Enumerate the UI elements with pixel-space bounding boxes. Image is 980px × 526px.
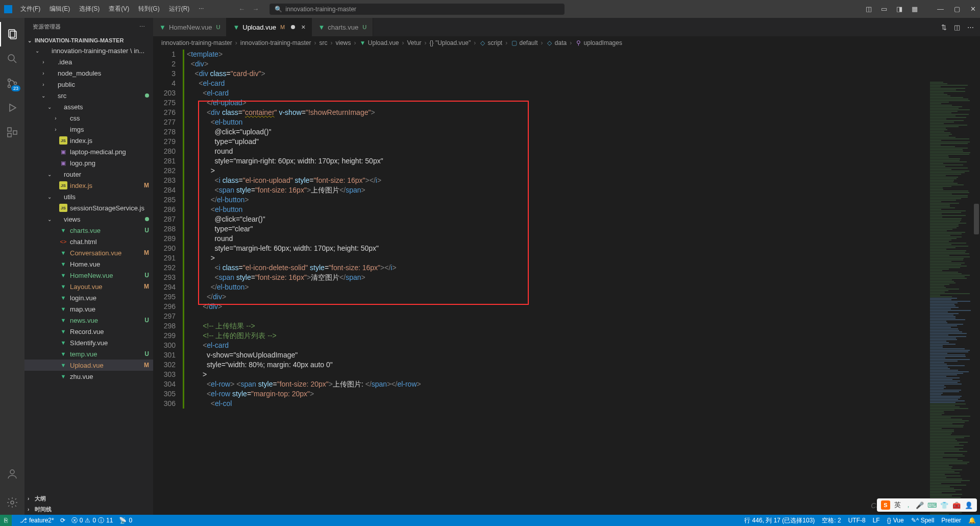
activity-account-icon[interactable] [0, 462, 24, 486]
folder-item[interactable]: ›imgs [24, 124, 153, 135]
file-item[interactable]: ▼HomeNew.vueU [24, 270, 153, 281]
breadcrumb-item[interactable]: ◇ data [546, 39, 567, 46]
sync-button[interactable]: ⟳ [60, 517, 65, 524]
breadcrumb-item[interactable]: src [319, 39, 327, 46]
live-share[interactable]: 📡0 [119, 517, 132, 524]
menu-run[interactable]: 运行(R) [165, 3, 194, 15]
command-center[interactable]: 🔍 innovation-training-master [269, 3, 565, 15]
code-line[interactable]: </div> [187, 292, 980, 302]
file-item[interactable]: ▼Record.vue [24, 326, 153, 337]
menu-file[interactable]: 文件(F) [16, 3, 44, 15]
spell-check[interactable]: ✎ᴬSpell [911, 516, 935, 525]
file-item[interactable]: ▼zhu.vue [24, 371, 153, 382]
prettier[interactable]: Prettier [941, 516, 961, 525]
code-line[interactable]: <el-card [187, 341, 980, 350]
code-line[interactable]: > [187, 253, 980, 263]
code-line[interactable]: <el-card [187, 88, 980, 98]
breadcrumb-item[interactable]: views [335, 39, 351, 46]
file-item[interactable]: ▣logo.png [24, 157, 153, 169]
close-icon[interactable]: × [301, 23, 305, 31]
code-line[interactable]: </el-upload> [187, 98, 980, 108]
file-item[interactable]: ▣laptop-medical.png [24, 146, 153, 157]
ime-toolbox-icon[interactable]: 🧰 [952, 501, 961, 509]
code-editor[interactable]: 1234203275276277278279280281282283284285… [153, 50, 980, 515]
code-line[interactable]: <template> [187, 50, 980, 59]
menu-more[interactable]: ··· [194, 3, 208, 15]
layout-primary-icon[interactable]: ◫ [866, 5, 872, 13]
window-minimize-icon[interactable]: — [937, 5, 944, 13]
folder-item[interactable]: ⌄router [24, 169, 153, 180]
breadcrumb-item[interactable]: ⚲ uploadImages [575, 39, 622, 46]
minimap[interactable] [928, 81, 973, 515]
ime-lang[interactable]: 英 [894, 500, 901, 510]
nav-forward-icon[interactable]: → [252, 5, 259, 13]
file-item[interactable]: ▼Home.vue [24, 258, 153, 270]
code-line[interactable]: <!-- 上传结果 --> [187, 321, 980, 331]
file-item[interactable]: ▼Conversation.vueM [24, 247, 153, 258]
breadcrumb-item[interactable]: ▼ Upload.vue [359, 39, 399, 46]
file-item[interactable]: JSsessionStorageService.js [24, 202, 153, 213]
code-line[interactable]: <div class="container" v-show="!showRetu… [187, 108, 980, 117]
ime-toolbar[interactable]: S 英 ， 🎤 ⌨ 👕 🧰 👤 [877, 498, 977, 512]
editor-tab[interactable]: ▼charts.vueU [312, 18, 373, 36]
file-item[interactable]: ▼charts.vueU [24, 225, 153, 236]
code-line[interactable]: @click="clear()" [187, 214, 980, 224]
code-line[interactable]: > [187, 166, 980, 176]
file-item[interactable]: ▼login.vue [24, 292, 153, 303]
file-item[interactable]: ▼Layout.vueM [24, 281, 153, 292]
code-line[interactable]: round [187, 147, 980, 156]
code-line[interactable]: <div class="card-div"> [187, 69, 980, 79]
ime-mic-icon[interactable]: 🎤 [916, 501, 924, 509]
file-item[interactable]: <>chat.html [24, 236, 153, 247]
encoding[interactable]: UTF-8 [848, 516, 866, 525]
activity-explorer-icon[interactable] [0, 22, 24, 46]
window-maximize-icon[interactable]: ▢ [954, 5, 960, 13]
code-line[interactable]: <el-button [187, 117, 980, 127]
code-line[interactable]: <div> [187, 59, 980, 69]
outline-section-header[interactable]: › 大纲 [24, 493, 153, 504]
explorer-more-icon[interactable]: ⋯ [139, 23, 145, 30]
ime-punct[interactable]: ， [905, 500, 912, 510]
folder-item[interactable]: ⌄src [24, 90, 153, 101]
breadcrumb-item[interactable]: ▢ default [510, 39, 537, 46]
menu-view[interactable]: 查看(V) [105, 3, 133, 15]
folder-item[interactable]: ›css [24, 112, 153, 124]
activity-extensions-icon[interactable] [0, 120, 24, 145]
nav-back-icon[interactable]: ← [238, 5, 245, 13]
file-item[interactable]: ▼news.vueU [24, 315, 153, 326]
code-line[interactable]: type="upload" [187, 137, 980, 147]
layout-panel-icon[interactable]: ▭ [881, 5, 887, 13]
code-line[interactable]: </div> [187, 302, 980, 312]
activity-settings-icon[interactable] [0, 490, 24, 515]
layout-customize-icon[interactable]: ▦ [912, 5, 918, 13]
file-item[interactable]: ▼SIdentify.vue [24, 337, 153, 348]
code-line[interactable]: style="width: 80%; margin: 40px auto 0" [187, 360, 980, 370]
cursor-position[interactable]: 行 446, 列 17 (已选择103) [744, 516, 815, 525]
breadcrumb-item[interactable]: Vetur [407, 39, 422, 46]
folder-item[interactable]: ⌄views [24, 213, 153, 225]
code-line[interactable]: <el-card [187, 79, 980, 88]
file-tree[interactable]: ⌄innovation-training-master \ in...›.ide… [24, 45, 153, 493]
ime-user-icon[interactable]: 👤 [965, 501, 973, 509]
eol[interactable]: LF [873, 516, 880, 525]
file-item[interactable]: JSindex.jsM [24, 180, 153, 191]
file-item[interactable]: ▼Upload.vueM [24, 360, 153, 371]
breadcrumb-item[interactable]: {} "Upload.vue" [430, 39, 471, 46]
activity-search-icon[interactable] [0, 46, 24, 71]
editor-tab[interactable]: ▼Upload.vueM× [227, 18, 312, 36]
code-line[interactable]: <span style="font-size: 16px">上传图片</span… [187, 185, 980, 195]
ime-keyboard-icon[interactable]: ⌨ [928, 501, 936, 509]
activity-scm-icon[interactable]: 23 [0, 71, 24, 95]
breadcrumb-item[interactable]: innovation-training-master [161, 39, 232, 46]
timeline-section-header[interactable]: › 时间线 [24, 504, 153, 515]
code-line[interactable]: <span style="font-size: 16px">清空图片</span… [187, 273, 980, 282]
folder-item[interactable]: ›node_modules [24, 67, 153, 79]
folder-item[interactable]: ⌄innovation-training-master \ in... [24, 45, 153, 56]
breadcrumb-item[interactable]: ◇ script [479, 39, 502, 46]
git-branch[interactable]: ⎇feature2* [20, 517, 54, 524]
code-line[interactable]: <el-row style="margin-top: 20px"> [187, 389, 980, 399]
breadcrumbs[interactable]: innovation-training-master›innovation-tr… [153, 36, 980, 50]
code-line[interactable]: round [187, 234, 980, 244]
language-mode[interactable]: {} Vue [887, 516, 904, 525]
folder-item[interactable]: ›.idea [24, 56, 153, 67]
